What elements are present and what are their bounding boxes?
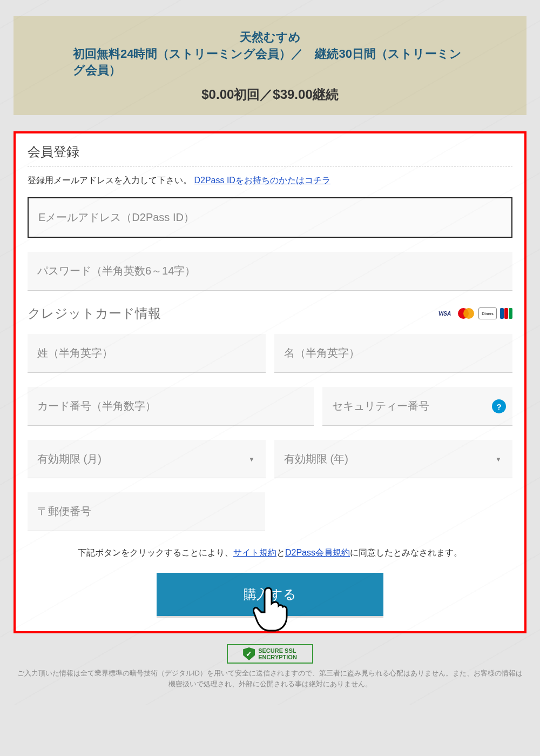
password-input[interactable] — [28, 252, 512, 291]
firstname-input[interactable] — [274, 334, 512, 373]
email-instruction: 登録用メールアドレスを入力して下さい。 D2Pass IDをお持ちのかたはコチラ — [28, 175, 512, 186]
registration-form: 会員登録 登録用メールアドレスを入力して下さい。 D2Pass IDをお持ちのか… — [14, 131, 526, 633]
diners-icon: Diners — [478, 307, 497, 319]
exp-month-select[interactable]: 有効期限 (月) — [28, 440, 266, 478]
plan-header: 天然むすめ 初回無料24時間（ストリーミング会員）／ 継続30日間（ストリーミン… — [14, 16, 526, 115]
consent-middle: と — [276, 548, 285, 557]
exp-month-wrap: 有効期限 (月) — [28, 440, 266, 478]
jcb-icon — [500, 308, 512, 319]
cc-title-text: クレジットカード情報 — [28, 305, 161, 322]
cardnumber-input[interactable] — [28, 387, 314, 426]
instruction-text: 登録用メールアドレスを入力して下さい。 — [28, 176, 192, 185]
email-input[interactable] — [28, 197, 512, 238]
consent-text: 下記ボタンをクリックすることにより、サイト規約とD2Pass会員規約に同意したと… — [28, 547, 512, 559]
d2pass-terms-link[interactable]: D2Pass会員規約 — [285, 548, 350, 557]
card-brand-icons: VISA Diners — [436, 307, 512, 319]
d2pass-login-link[interactable]: D2Pass IDをお持ちのかたはコチラ — [194, 176, 330, 185]
plan-subtitle: 初回無料24時間（ストリーミング会員）／ 継続30日間（ストリーミング会員） — [68, 46, 473, 78]
purchase-button[interactable]: 購入する — [157, 573, 383, 616]
lastname-input[interactable] — [28, 334, 266, 373]
section-title-register: 会員登録 — [28, 143, 512, 166]
exp-year-wrap: 有効期限 (年) — [274, 440, 512, 478]
site-terms-link[interactable]: サイト規約 — [233, 548, 276, 557]
security-help-icon[interactable]: ? — [492, 399, 506, 413]
footer-disclaimer: ご入力頂いた情報は全て業界標準の暗号技術（デジタルID）を用いて安全に送信されま… — [0, 668, 540, 705]
ssl-badge: ✓ SECURE SSL ENCRYPTION — [227, 644, 313, 664]
consent-suffix: に同意したとみなされます。 — [350, 548, 462, 557]
exp-year-select[interactable]: 有効期限 (年) — [274, 440, 512, 478]
plan-price: $0.00初回／$39.00継続 — [68, 86, 473, 103]
security-code-input[interactable] — [322, 387, 513, 426]
visa-icon: VISA — [436, 307, 454, 319]
credit-card-section-title: クレジットカード情報 VISA Diners — [28, 305, 512, 322]
shield-icon: ✓ — [243, 647, 255, 660]
security-code-wrap: ? — [322, 387, 513, 426]
consent-prefix: 下記ボタンをクリックすることにより、 — [78, 548, 233, 557]
postal-input[interactable] — [28, 492, 265, 531]
plan-title: 天然むすめ — [68, 28, 473, 46]
ssl-text: SECURE SSL ENCRYPTION — [258, 647, 297, 660]
mastercard-icon — [457, 307, 475, 319]
